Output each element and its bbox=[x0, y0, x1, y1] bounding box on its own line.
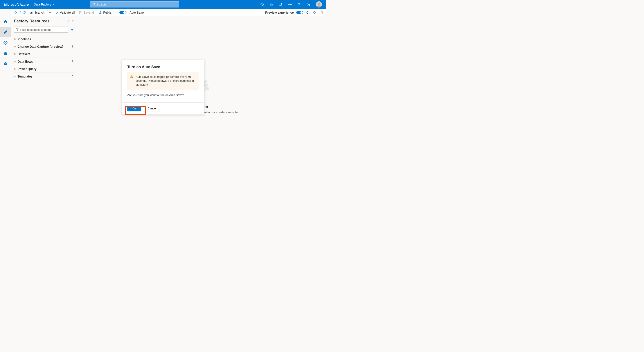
pencil-icon bbox=[3, 30, 8, 35]
add-resource-button[interactable]: + bbox=[70, 27, 75, 32]
validate-label: Validate all bbox=[60, 11, 75, 14]
svg-rect-3 bbox=[272, 3, 273, 4]
search-icon bbox=[92, 3, 96, 6]
toggle-on-icon bbox=[120, 11, 126, 14]
chevron-right-icon: ▷ bbox=[14, 60, 18, 63]
chevron-right-icon: ▷ bbox=[14, 68, 18, 70]
svg-rect-23 bbox=[132, 76, 132, 77]
svg-point-9 bbox=[318, 3, 320, 5]
sidebar-title: Factory Resources bbox=[14, 19, 75, 24]
breadcrumb-item[interactable]: Data Factory bbox=[34, 3, 51, 6]
filter-placeholder: Filter resources by name bbox=[20, 28, 51, 32]
tree-item-templates[interactable]: ▷Templates0 bbox=[14, 73, 75, 80]
separator: / bbox=[19, 11, 21, 14]
publish-icon bbox=[99, 11, 102, 14]
gauge-icon bbox=[3, 40, 8, 45]
tree-item-cdc[interactable]: ▷Change Data Capture (preview)1 bbox=[14, 43, 75, 50]
resource-sidebar: Factory Resources Filter resources by na… bbox=[11, 16, 78, 176]
preview-state: On bbox=[306, 11, 310, 14]
breadcrumb[interactable]: Data Factory bbox=[31, 3, 57, 6]
feedback-icon[interactable] bbox=[304, 0, 313, 9]
svg-point-12 bbox=[24, 13, 24, 14]
gear-icon[interactable] bbox=[286, 0, 294, 9]
check-icon bbox=[56, 11, 58, 14]
toolbar-right: Preview experience On bbox=[265, 9, 325, 16]
validate-all-button[interactable]: Validate all bbox=[53, 9, 77, 16]
avatar[interactable] bbox=[316, 1, 322, 8]
rail-monitor[interactable] bbox=[0, 37, 11, 48]
rail-manage[interactable] bbox=[0, 48, 11, 59]
dialog-title: Turn on Auto Save bbox=[127, 65, 199, 69]
trash-icon bbox=[320, 11, 323, 14]
publish-label: Publish bbox=[103, 11, 113, 14]
header-right-icons bbox=[258, 0, 325, 9]
svg-point-11 bbox=[25, 11, 26, 12]
repo-icon bbox=[14, 11, 17, 14]
cancel-button[interactable]: Cancel bbox=[143, 106, 161, 111]
preview-toggle[interactable] bbox=[296, 11, 303, 14]
svg-rect-16 bbox=[4, 52, 6, 53]
announcement-icon[interactable] bbox=[258, 0, 267, 9]
help-icon[interactable] bbox=[295, 0, 304, 9]
svg-rect-2 bbox=[270, 3, 271, 4]
svg-point-0 bbox=[93, 3, 94, 5]
repo-button[interactable] bbox=[12, 9, 19, 16]
branch-icon bbox=[23, 11, 26, 14]
svg-rect-15 bbox=[4, 53, 7, 55]
filter-icon bbox=[16, 28, 19, 31]
tree-item-powerquery[interactable]: ▷Power Query0 bbox=[14, 65, 75, 73]
chevron-right-icon bbox=[53, 3, 54, 6]
tree-item-pipelines[interactable]: ▷Pipelines6 bbox=[14, 35, 75, 43]
save-all-button: Save all bbox=[77, 9, 96, 16]
svg-rect-5 bbox=[272, 5, 273, 6]
warning-icon bbox=[130, 75, 134, 79]
bell-icon[interactable] bbox=[276, 0, 285, 9]
branch-name: main branch bbox=[28, 11, 44, 14]
left-rail bbox=[0, 9, 11, 176]
toolbar: / main branch Validate all Save all Publ… bbox=[0, 9, 326, 16]
chevron-right-icon: ▷ bbox=[14, 38, 18, 40]
chevron-right-icon: ▷ bbox=[14, 75, 18, 78]
autosave-toggle[interactable]: Auto Save bbox=[116, 9, 146, 16]
save-label: Save all bbox=[84, 11, 94, 14]
rail-learn[interactable] bbox=[0, 59, 11, 69]
save-icon bbox=[79, 11, 82, 14]
global-search[interactable]: Search bbox=[90, 1, 179, 8]
publish-button[interactable]: Publish bbox=[96, 9, 116, 16]
rail-author[interactable] bbox=[0, 27, 11, 37]
collapse-icon[interactable] bbox=[72, 20, 75, 23]
yes-button[interactable]: Yes bbox=[127, 106, 141, 111]
svg-line-1 bbox=[94, 5, 95, 6]
refresh-button[interactable] bbox=[312, 9, 318, 16]
chevron-right-icon: ▷ bbox=[14, 53, 18, 55]
delete-button[interactable] bbox=[319, 9, 325, 16]
dialog-question: Are you sure you want to turn on Auto Sa… bbox=[127, 93, 199, 97]
tree-item-dataflows[interactable]: ▷Data flows3 bbox=[14, 58, 75, 65]
preview-label: Preview experience bbox=[265, 11, 294, 14]
autosave-dialog: Turn on Auto Save Auto Save could trigge… bbox=[122, 60, 204, 115]
svg-rect-24 bbox=[132, 77, 132, 78]
tree-item-datasets[interactable]: ▷Datasets19 bbox=[14, 50, 75, 58]
rail-home[interactable] bbox=[0, 16, 11, 27]
dialog-warning: Auto Save could trigger git commit every… bbox=[127, 72, 199, 90]
top-header: Microsoft Azure Data Factory Search bbox=[0, 0, 326, 9]
svg-point-10 bbox=[24, 11, 24, 12]
graduation-icon bbox=[3, 61, 8, 66]
brand-label[interactable]: Microsoft Azure bbox=[2, 2, 31, 7]
expand-all-icon[interactable] bbox=[66, 20, 69, 23]
apps-icon[interactable] bbox=[267, 0, 276, 9]
svg-point-8 bbox=[308, 3, 309, 5]
refresh-icon bbox=[313, 11, 316, 14]
svg-point-6 bbox=[289, 4, 290, 5]
search-placeholder: Search bbox=[97, 3, 106, 6]
home-icon bbox=[3, 19, 8, 24]
branch-selector[interactable]: main branch bbox=[21, 9, 53, 16]
warning-text: Auto Save could trigger git commit every… bbox=[136, 75, 194, 86]
dialog-footer: Yes Cancel bbox=[122, 102, 204, 115]
svg-rect-4 bbox=[270, 5, 271, 6]
chevron-down-icon bbox=[49, 12, 51, 14]
chevron-right-icon: ▷ bbox=[14, 45, 18, 48]
autosave-label: Auto Save bbox=[130, 11, 144, 14]
filter-input[interactable]: Filter resources by name bbox=[14, 27, 68, 33]
toolbox-icon bbox=[3, 51, 8, 56]
